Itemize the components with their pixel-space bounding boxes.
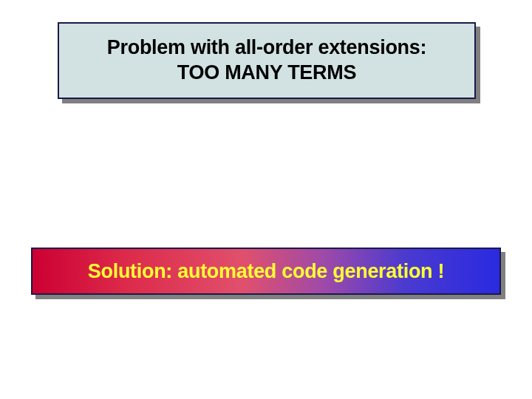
problem-box-face: Problem with all-order extensions: TOO M… bbox=[58, 22, 476, 99]
problem-line-1: Problem with all-order extensions: bbox=[107, 36, 426, 58]
problem-line-2: TOO MANY TERMS bbox=[177, 61, 356, 83]
solution-text: Solution: automated code generation ! bbox=[88, 260, 444, 283]
problem-text: Problem with all-order extensions: TOO M… bbox=[107, 35, 426, 86]
problem-box: Problem with all-order extensions: TOO M… bbox=[58, 22, 476, 99]
solution-box: Solution: automated code generation ! bbox=[31, 248, 501, 295]
solution-box-face: Solution: automated code generation ! bbox=[31, 248, 501, 295]
slide: Problem with all-order extensions: TOO M… bbox=[0, 0, 532, 399]
